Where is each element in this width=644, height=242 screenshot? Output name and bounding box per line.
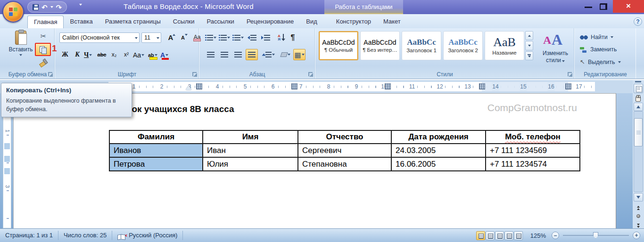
print-layout-view-button[interactable]	[476, 231, 485, 240]
highlight-color-button[interactable]: ab	[148, 49, 159, 61]
help-button[interactable]: ?	[634, 17, 642, 26]
chevron-down-icon[interactable]	[89, 54, 92, 56]
table-header-cell[interactable]: Отчество	[298, 130, 391, 144]
strikethrough-button[interactable]: abc	[96, 49, 107, 61]
scrollbar-thumb[interactable]	[634, 118, 643, 146]
shading-button[interactable]	[280, 49, 292, 60]
table-column-marker-icon[interactable]	[479, 83, 485, 89]
paste-dropdown-icon[interactable]	[19, 54, 22, 56]
bold-button[interactable]: Ж	[59, 49, 71, 61]
style-heading1[interactable]: AaBbCc Заголовок 1	[402, 31, 441, 60]
table-cell[interactable]: Сергеевич	[298, 144, 391, 157]
style-heading2[interactable]: AaBbCc Заголовок 2	[443, 31, 483, 60]
shrink-font-button[interactable]: A	[177, 32, 189, 43]
scroll-down-button[interactable]	[634, 193, 643, 202]
chevron-down-icon[interactable]	[155, 54, 157, 56]
align-left-button[interactable]	[205, 49, 217, 60]
paragraph-dialog-launcher[interactable]	[308, 72, 313, 76]
tab-konstruktor[interactable]: Конструктор	[330, 16, 377, 28]
scroll-up-button[interactable]	[634, 103, 643, 111]
replace-button[interactable]: Заменить	[580, 46, 617, 53]
show-marks-button[interactable]: ¶	[287, 32, 299, 43]
office-button[interactable]	[2, 1, 24, 23]
table-column-marker-icon[interactable]	[196, 83, 202, 89]
multilevel-list-button[interactable]	[232, 32, 244, 43]
table-cell-selected[interactable]: Иванов	[109, 144, 203, 157]
chevron-down-icon[interactable]	[562, 60, 565, 62]
italic-button[interactable]: К	[72, 49, 83, 61]
tab-vid[interactable]: Вид	[300, 16, 323, 28]
superscript-button[interactable]: x²	[121, 49, 132, 61]
table-cell[interactable]: +7 111 1234569	[486, 144, 580, 157]
table-header-cell[interactable]: Дата рождения	[391, 130, 486, 144]
bullets-button[interactable]	[205, 32, 217, 43]
cut-button[interactable]: ✂	[38, 31, 49, 41]
tab-rassylki[interactable]: Рассылки	[201, 16, 240, 28]
table-cell-selected[interactable]: Петрова	[109, 157, 203, 171]
clipboard-dialog-launcher[interactable]	[48, 72, 52, 76]
font-color-button[interactable]: A	[160, 49, 172, 61]
table-cell[interactable]: Степановна	[298, 157, 391, 171]
align-right-button[interactable]	[232, 49, 244, 60]
select-browse-object-button[interactable]	[636, 214, 640, 218]
font-dialog-launcher[interactable]	[192, 72, 197, 76]
fullscreen-reading-view-button[interactable]	[486, 231, 495, 240]
table-cell[interactable]: Иван	[203, 144, 298, 157]
font-name-combo[interactable]: Calibri (Основной тек	[59, 32, 140, 43]
align-center-button[interactable]	[218, 49, 231, 60]
close-button[interactable]: ×	[613, 0, 644, 13]
styles-scroll-down-button[interactable]	[525, 41, 533, 50]
chevron-down-icon[interactable]	[157, 37, 159, 39]
customize-qat-icon[interactable]	[79, 4, 82, 6]
select-button[interactable]: ↖ Выделить	[580, 58, 621, 65]
zoom-level[interactable]: 125%	[530, 232, 546, 239]
undo-dropdown-icon[interactable]	[50, 6, 53, 8]
ruler-toggle-button[interactable]	[634, 84, 643, 93]
tab-razmetka-stranicy[interactable]: Разметка страницы	[99, 16, 167, 28]
style-title[interactable]: AaB Название	[485, 31, 524, 60]
line-spacing-button[interactable]	[263, 49, 275, 60]
table-cell[interactable]: 24.03.2005	[391, 144, 486, 157]
table-column-marker-icon[interactable]	[291, 83, 297, 89]
table-header-cell[interactable]: Имя	[203, 130, 298, 144]
split-handle[interactable]	[635, 81, 641, 82]
word-count[interactable]: Число слов: 25	[58, 231, 112, 240]
underline-button[interactable]: Ч	[84, 49, 95, 61]
copy-button[interactable]	[35, 43, 51, 56]
font-size-combo[interactable]: 11	[141, 32, 161, 43]
undo-icon[interactable]: ↶	[41, 4, 48, 11]
previous-page-button[interactable]	[634, 203, 643, 212]
table-column-marker-icon[interactable]	[565, 83, 571, 89]
sort-button[interactable]: А Я	[273, 32, 285, 43]
style-no-spacing[interactable]: AaBbCcDd ¶ Без интер…	[360, 31, 400, 60]
style-normal[interactable]: AaBbCcDd ¶ Обычный	[319, 31, 358, 60]
numbering-button[interactable]	[218, 32, 231, 43]
language-indicator[interactable]: × Русский (Россия)	[112, 231, 183, 240]
subscript-button[interactable]: x₂	[108, 49, 120, 61]
tab-recenzirovanie[interactable]: Рецензирование	[240, 16, 300, 28]
justify-button[interactable]	[246, 49, 258, 60]
document-table[interactable]: Фамилия Имя Отчество Дата рождения Моб. …	[109, 130, 580, 171]
zoom-in-button[interactable]: +	[633, 232, 640, 239]
zoom-slider-thumb[interactable]	[593, 232, 598, 239]
table-cell[interactable]: 16.06.2005	[391, 157, 486, 171]
chevron-down-icon[interactable]	[135, 37, 138, 39]
zoom-out-button[interactable]: –	[552, 232, 559, 239]
chevron-down-icon[interactable]	[141, 54, 144, 56]
chevron-down-icon[interactable]	[611, 36, 613, 38]
change-styles-button[interactable]: AA Изменить стили	[538, 31, 572, 73]
spellcheck-icon[interactable]: ×	[117, 234, 125, 239]
format-painter-button[interactable]	[38, 57, 49, 68]
styles-gallery-more-button[interactable]	[525, 51, 533, 60]
indent-marker-icon[interactable]	[186, 86, 191, 90]
styles-dialog-launcher[interactable]	[568, 72, 572, 76]
scrollbar-track[interactable]	[634, 111, 643, 192]
decrease-indent-button[interactable]	[246, 32, 258, 43]
draft-view-button[interactable]	[514, 231, 523, 240]
borders-button[interactable]: ▦	[293, 49, 305, 60]
table-header-cell[interactable]: Моб. телефон	[486, 130, 580, 144]
table-header-cell[interactable]: Фамилия	[109, 130, 203, 144]
grow-font-button[interactable]: A	[165, 32, 176, 43]
restore-button[interactable]	[600, 3, 607, 10]
save-icon[interactable]	[33, 4, 39, 10]
